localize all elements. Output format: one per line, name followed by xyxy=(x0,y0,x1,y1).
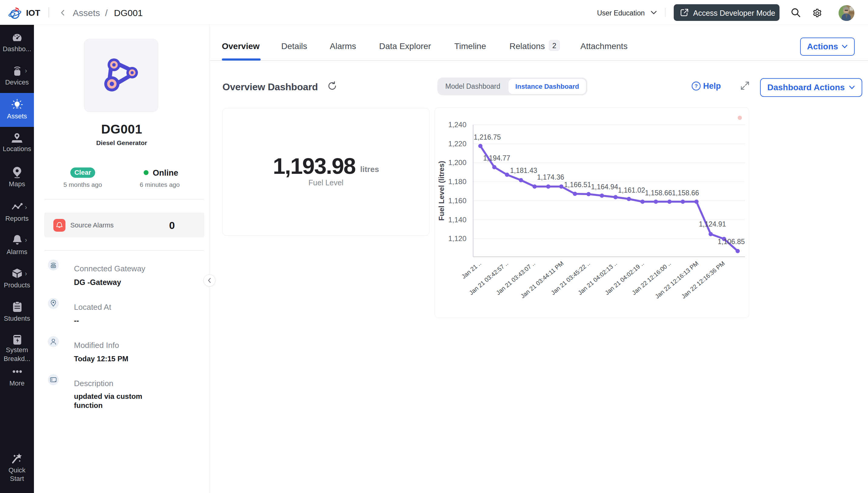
svg-text:1,158.66: 1,158.66 xyxy=(645,189,672,197)
svg-text:1,160: 1,160 xyxy=(448,196,467,205)
svg-text:1,158.66: 1,158.66 xyxy=(672,189,699,197)
svg-text:Jan 22 12:16:36 PM: Jan 22 12:16:36 PM xyxy=(680,260,726,300)
svg-text:1,140: 1,140 xyxy=(448,216,467,224)
svg-text:Jan 21 ..: Jan 21 .. xyxy=(460,260,482,280)
svg-text:?: ? xyxy=(695,83,698,89)
svg-text:1,194.77: 1,194.77 xyxy=(483,154,510,162)
svg-text:1,164.94: 1,164.94 xyxy=(591,183,618,191)
svg-text:1,174.36: 1,174.36 xyxy=(537,173,564,181)
svg-text:1,220: 1,220 xyxy=(448,140,467,148)
svg-text:1,240: 1,240 xyxy=(448,121,467,129)
svg-text:1,166.51: 1,166.51 xyxy=(564,181,591,189)
svg-text:Fuel Level (litres): Fuel Level (litres) xyxy=(437,161,446,220)
svg-text:1,124.91: 1,124.91 xyxy=(699,220,726,228)
svg-text:1,120: 1,120 xyxy=(448,234,467,242)
svg-text:1,200: 1,200 xyxy=(448,158,467,167)
svg-text:1,216.75: 1,216.75 xyxy=(474,133,501,141)
svg-text:1,180: 1,180 xyxy=(448,177,467,186)
svg-text:1,181.43: 1,181.43 xyxy=(510,167,537,174)
svg-text:1,161.02: 1,161.02 xyxy=(618,186,645,194)
svg-text:1,106.85: 1,106.85 xyxy=(718,238,745,245)
